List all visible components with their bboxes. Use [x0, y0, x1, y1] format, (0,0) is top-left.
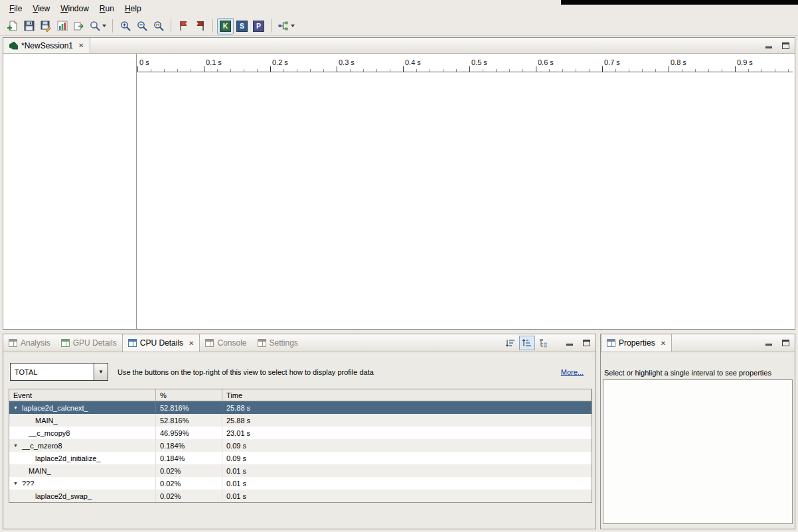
analysis-icon: [9, 339, 17, 347]
table-row[interactable]: ▼laplace2d_calcnext_52.816%25.88 s: [9, 401, 592, 414]
process-toggle-button[interactable]: P: [250, 18, 267, 34]
zoom-out-icon: [136, 20, 148, 32]
ruler-major-tick: [337, 66, 337, 72]
tab-properties[interactable]: Properties ✕: [601, 334, 672, 352]
tab-gpu-details[interactable]: GPU Details: [56, 334, 122, 352]
column-header-percent[interactable]: %: [156, 389, 222, 401]
tab-console[interactable]: Console: [200, 334, 252, 352]
ruler-tick-label: 0.5 s: [471, 58, 487, 66]
save-button[interactable]: [21, 18, 37, 34]
process-icon: P: [253, 21, 264, 32]
settings-icon: [258, 339, 266, 347]
chevron-down-icon: [291, 25, 295, 27]
table-row[interactable]: MAIN_0.02%0.01 s: [9, 464, 592, 477]
event-percent: 52.816%: [156, 401, 222, 414]
properties-tab-bar: Properties ✕: [601, 334, 795, 352]
ruler-tick-label: 0.8 s: [671, 58, 686, 66]
table-row[interactable]: ▼???0.02%0.01 s: [9, 477, 592, 490]
tab-label: Settings: [270, 338, 298, 348]
timeline-canvas[interactable]: [137, 73, 795, 329]
table-header-row: Event % Time: [9, 389, 592, 401]
event-name: __c_mcopy8: [29, 429, 70, 437]
zoom-in-button[interactable]: [117, 18, 133, 34]
tab-new-session[interactable]: *NewSession1 ✕: [3, 38, 90, 53]
properties-hint-text: Select or highlight a single interval to…: [604, 369, 771, 377]
combo-dropdown-button[interactable]: ▼: [94, 364, 108, 380]
cpu-details-panel: AnalysisGPU DetailsCPU Details✕ConsoleSe…: [3, 334, 596, 529]
maximize-icon: [583, 340, 590, 346]
maximize-button[interactable]: [780, 338, 791, 348]
zoom-fit-button[interactable]: [150, 18, 167, 34]
timeline-ruler[interactable]: 0 s0.1 s0.2 s0.3 s0.4 s0.5 s0.6 s0.7 s0.…: [137, 58, 793, 72]
tab-label: Properties: [619, 338, 655, 348]
profile-chart-button[interactable]: [54, 18, 70, 34]
session-tab-label: *NewSession1: [21, 41, 73, 50]
table-row[interactable]: ▼__c_mzero80.184%0.09 s: [9, 439, 592, 452]
event-name: MAIN_: [35, 417, 58, 425]
top-down-profile-button[interactable]: [519, 336, 535, 350]
kernel-toggle-button[interactable]: K: [217, 18, 234, 34]
column-header-event[interactable]: Event: [9, 389, 156, 401]
bottom-up-profile-button[interactable]: [536, 336, 552, 350]
close-icon[interactable]: ✕: [189, 340, 194, 347]
chevron-down-icon: [102, 25, 106, 27]
kernel-letter: K: [223, 22, 228, 30]
maximize-button[interactable]: [581, 338, 592, 348]
tab-analysis[interactable]: Analysis: [3, 334, 56, 352]
export-button[interactable]: [70, 18, 87, 34]
event-percent: 0.184%: [156, 452, 222, 464]
ruler-major-tick: [403, 66, 404, 72]
ruler-major-tick: [602, 66, 603, 72]
menu-run[interactable]: Run: [94, 2, 120, 15]
column-header-time[interactable]: Time: [222, 389, 592, 401]
next-marker-button[interactable]: [175, 18, 192, 34]
event-scope-combo[interactable]: TOTAL ▼: [10, 363, 108, 381]
table-row[interactable]: laplace2d_swap_0.02%0.01 s: [9, 490, 592, 502]
tab-label: GPU Details: [73, 338, 117, 348]
table-row[interactable]: MAIN_52.816%25.88 s: [9, 414, 592, 427]
event-name: laplace2d_calcnext_: [22, 404, 88, 412]
cpu-table-body: ▼laplace2d_calcnext_52.816%25.88 sMAIN_5…: [9, 401, 592, 502]
previous-marker-button[interactable]: [192, 18, 208, 34]
close-icon[interactable]: ✕: [661, 340, 666, 347]
event-time: 0.01 s: [222, 464, 592, 477]
bar-chart-icon: [56, 20, 68, 32]
stream-icon: S: [236, 21, 248, 32]
menu-file[interactable]: File: [4, 2, 27, 15]
magnifier-icon: [89, 20, 101, 32]
zoom-out-button[interactable]: [133, 18, 150, 34]
toolbar-separator: [171, 19, 171, 33]
minimize-button[interactable]: [564, 338, 575, 348]
toolbar-separator: [112, 19, 113, 33]
tab-label: CPU Details: [140, 338, 183, 348]
tab-cpu-details[interactable]: CPU Details✕: [122, 334, 200, 352]
menu-help[interactable]: Help: [120, 2, 147, 15]
more-link[interactable]: More...: [561, 368, 584, 376]
event-time: 23.01 s: [222, 427, 592, 439]
expander-icon[interactable]: ▼: [13, 443, 22, 448]
ruler-tick-label: 0.4 s: [405, 58, 421, 66]
zoom-tool-menu-button[interactable]: [87, 18, 108, 34]
export-icon: [73, 20, 85, 32]
analysis-menu-button[interactable]: [276, 18, 297, 34]
event-name: __c_mzero8: [22, 442, 62, 450]
analysis-fork-icon: [278, 20, 289, 32]
close-icon[interactable]: ✕: [78, 42, 84, 49]
expander-icon[interactable]: ▼: [13, 481, 22, 486]
table-row[interactable]: __c_mcopy846.959%23.01 s: [9, 427, 592, 439]
cpu-hint-text: Use the buttons on the top-right of this…: [118, 368, 374, 376]
expander-icon[interactable]: ▼: [13, 405, 22, 410]
flat-profile-button[interactable]: [503, 336, 519, 350]
menu-window[interactable]: Window: [55, 2, 94, 15]
stream-toggle-button[interactable]: S: [234, 18, 250, 34]
maximize-button[interactable]: [780, 40, 791, 51]
menu-view[interactable]: View: [27, 2, 55, 15]
cpu-view-toolbar: [503, 336, 552, 350]
timeline-row-labels: [3, 54, 137, 329]
tab-settings[interactable]: Settings: [252, 334, 303, 352]
table-row[interactable]: laplace2d_initialize_0.184%0.09 s: [9, 452, 592, 464]
save-as-button[interactable]: [37, 18, 54, 34]
new-session-button[interactable]: [4, 18, 21, 34]
minimize-button[interactable]: [763, 338, 774, 348]
minimize-button[interactable]: [763, 40, 774, 51]
